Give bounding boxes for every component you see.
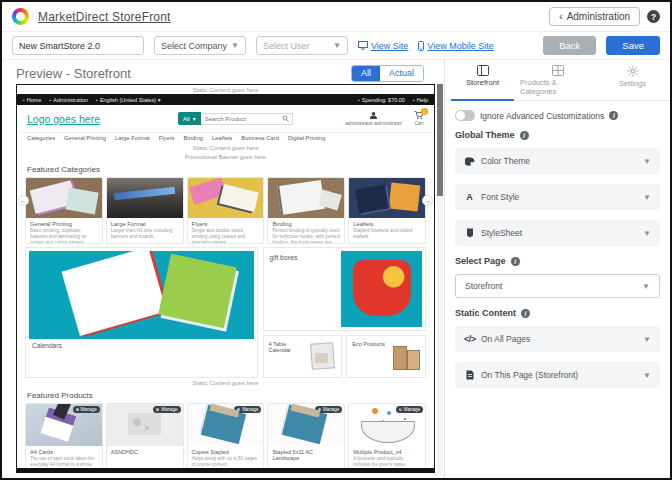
product-image: Manage xyxy=(188,404,264,446)
buy-now-button[interactable]: Buy Now xyxy=(30,472,98,473)
select-user-dropdown[interactable]: Select User ▼ xyxy=(256,36,348,55)
select-page-dropdown[interactable]: Storefront ▼ xyxy=(455,274,660,298)
chevron-down-icon: ▼ xyxy=(643,193,651,202)
sf-cart-button[interactable]: 0 Cart xyxy=(414,111,424,126)
app-logo-icon xyxy=(12,8,29,25)
cart-count-badge: 0 xyxy=(421,108,428,115)
storefront-topbar: ▪Home ▪Administration ▪English (United S… xyxy=(17,94,434,105)
on-this-page-accordion[interactable]: On This Page (Storefront) ▼ xyxy=(455,362,660,388)
panel-tabs: Storefront Products & Categories Setting… xyxy=(445,60,670,101)
on-all-pages-accordion[interactable]: </> On All Pages ▼ xyxy=(455,326,660,352)
category-card[interactable]: General Printing Basic printing, duplica… xyxy=(25,177,103,244)
category-image xyxy=(188,178,264,218)
static-content-placeholder: Static Content goes here xyxy=(17,378,434,387)
manage-icon xyxy=(76,408,79,411)
category-carousel: ← → General Printing Basic printing, dup… xyxy=(17,177,434,244)
product-card[interactable]: Manage Stapled 5x11 AC Landscape Buy Now xyxy=(267,403,345,473)
nav-item-binding[interactable]: Binding xyxy=(184,135,203,141)
manage-badge[interactable]: Manage xyxy=(153,406,180,413)
panel-body: Ignore Advanced Customizations i Global … xyxy=(445,101,670,407)
sf-home-link[interactable]: ▪Home xyxy=(23,97,41,103)
scrollbar-thumb[interactable] xyxy=(437,84,443,196)
manage-icon xyxy=(156,408,159,411)
nav-item-flyers[interactable]: Flyers xyxy=(159,135,175,141)
nav-item-digital-printing[interactable]: Digital Printing xyxy=(288,135,325,141)
storefront-nav: Categories General Printing Large Format… xyxy=(17,132,434,143)
toggle-all-button[interactable]: All xyxy=(352,66,380,81)
nav-item-leaflets[interactable]: Leaflets xyxy=(212,135,232,141)
product-card[interactable]: Manage Multiple Product_x4 A business ca… xyxy=(348,403,426,473)
product-card[interactable]: Manage ASNDHDC Buy Now xyxy=(106,403,184,473)
stylesheet-accordion[interactable]: StyleSheet ▼ xyxy=(455,220,660,246)
sf-help-link[interactable]: ▪Help xyxy=(413,97,428,103)
code-icon: </> xyxy=(464,334,475,344)
eco-products-card[interactable]: Eco Products xyxy=(346,335,426,378)
product-card[interactable]: Manage A4 Cards The use of card stock ta… xyxy=(25,403,103,473)
info-icon[interactable]: i xyxy=(520,131,529,140)
document-icon xyxy=(464,370,475,380)
featured-products-heading: Featured Products xyxy=(17,387,434,403)
manage-badge[interactable]: Manage xyxy=(73,406,100,413)
storefront-preview-frame: Static Content goes here ▪Home ▪Administ… xyxy=(16,84,435,473)
buy-now-button[interactable]: Buy Now xyxy=(111,472,179,473)
info-icon[interactable]: i xyxy=(521,309,530,318)
view-mobile-site-link[interactable]: View Mobile Site xyxy=(418,41,493,51)
search-icon[interactable] xyxy=(282,115,289,122)
chevron-down-icon: ▼ xyxy=(333,41,341,50)
eco-products-image xyxy=(389,338,423,375)
sf-user-menu[interactable]: administrator administrator xyxy=(345,111,402,126)
tab-products-categories[interactable]: Products & Categories xyxy=(520,60,595,100)
category-card[interactable]: Large Format Larger than A3 size includi… xyxy=(106,177,184,244)
palette-icon xyxy=(464,157,475,166)
back-button[interactable]: Back xyxy=(543,36,596,55)
category-card[interactable]: Binding Perfect binding is typically use… xyxy=(267,177,345,244)
static-content-placeholder: Static Content goes here xyxy=(17,143,434,152)
nav-item-large-format[interactable]: Large Format xyxy=(115,135,150,141)
category-card[interactable]: Leaflets Stapled booklets and folded lea… xyxy=(348,177,426,244)
sf-search-scope-dropdown[interactable]: All▾ xyxy=(178,112,201,125)
calendars-card[interactable]: Calendars xyxy=(25,247,258,378)
gift-boxes-card[interactable]: gift boxes xyxy=(263,247,426,331)
sf-logo-link[interactable]: Logo goes here xyxy=(27,113,100,125)
header-actions: ‹ Administration ? xyxy=(549,7,660,26)
save-button[interactable]: Save xyxy=(606,36,660,55)
nav-item-general-printing[interactable]: General Printing xyxy=(64,135,106,141)
carousel-prev-button[interactable]: ← xyxy=(18,195,29,206)
manage-badge[interactable]: Manage xyxy=(315,406,342,413)
category-image xyxy=(26,178,102,218)
sf-language-selector[interactable]: ▪English (United States) ▾ xyxy=(96,97,160,103)
buy-now-button[interactable]: Buy Now xyxy=(192,472,260,473)
info-icon[interactable]: i xyxy=(609,111,618,120)
admin-icon: ▪ xyxy=(49,97,51,103)
view-site-link[interactable]: View Site xyxy=(358,41,408,51)
store-name-input[interactable] xyxy=(12,36,144,55)
carousel-next-button[interactable]: → xyxy=(422,195,433,206)
manage-badge[interactable]: Manage xyxy=(396,406,423,413)
app-window: MarketDirect StoreFront ‹ Administration… xyxy=(0,0,672,480)
sf-administration-link[interactable]: ▪Administration xyxy=(49,97,88,103)
product-card[interactable]: Manage Copies Stapled Helps along with u… xyxy=(187,403,265,473)
tab-storefront[interactable]: Storefront xyxy=(445,60,520,100)
preview-scrollbar[interactable] xyxy=(437,84,443,473)
ignore-customizations-toggle[interactable] xyxy=(455,110,475,121)
administration-button[interactable]: ‹ Administration xyxy=(549,7,640,26)
app-title[interactable]: MarketDirect StoreFront xyxy=(38,10,171,24)
tab-settings[interactable]: Settings xyxy=(595,60,670,100)
category-card[interactable]: Flyers Single and double sided printing … xyxy=(187,177,265,244)
sf-spending-label[interactable]: ▪Spending: $70.00 xyxy=(358,97,405,103)
select-company-dropdown[interactable]: Select Company ▼ xyxy=(154,36,246,55)
font-icon: A xyxy=(464,192,475,202)
color-theme-accordion[interactable]: Color Theme ▼ xyxy=(455,148,660,174)
font-style-accordion[interactable]: A Font Style ▼ xyxy=(455,184,660,210)
administration-label: Administration xyxy=(567,11,630,22)
help-icon[interactable]: ? xyxy=(647,10,660,23)
nav-item-business-card[interactable]: Business Card xyxy=(241,135,279,141)
manage-badge[interactable]: Manage xyxy=(234,406,261,413)
nav-item-categories[interactable]: Categories xyxy=(27,135,55,141)
info-icon[interactable]: i xyxy=(511,257,520,266)
storefront-header: Logo goes here All▾ xyxy=(17,105,434,132)
table-calendar-card[interactable]: 4 Table Calendar xyxy=(263,335,343,378)
sf-search-input[interactable] xyxy=(201,113,293,125)
toggle-actual-button[interactable]: Actual xyxy=(380,66,423,81)
preview-mode-toggle: All Actual xyxy=(351,65,424,82)
